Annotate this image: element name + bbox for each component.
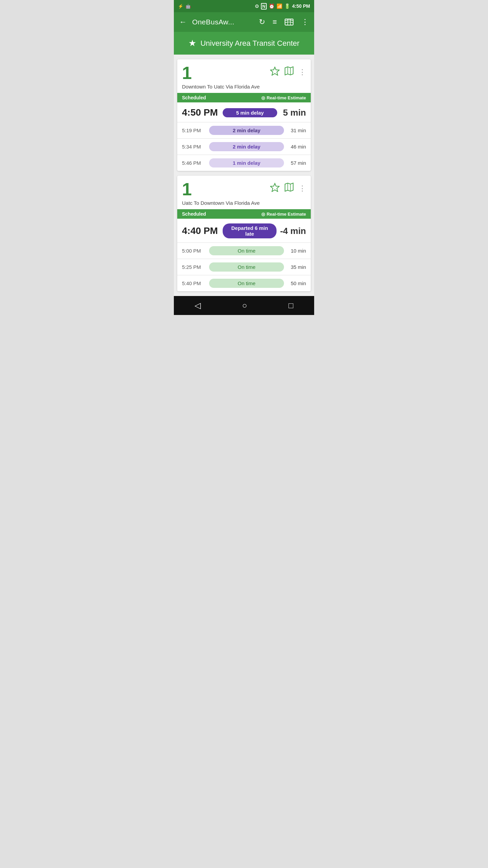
realtime-label-1: ◎ Real-time Estimate bbox=[261, 212, 306, 217]
refresh-button[interactable]: ↻ bbox=[257, 16, 267, 28]
nfc-icon: N bbox=[261, 3, 267, 9]
schedule-row-0-3: 5:46 PM 1 min delay 57 min bbox=[177, 155, 311, 171]
sched-time-1-3: 5:40 PM bbox=[182, 280, 206, 286]
schedule-row-0-2: 5:34 PM 2 min delay 46 min bbox=[177, 139, 311, 155]
sched-eta-1-3: 50 min bbox=[287, 280, 306, 286]
favorite-button-1[interactable] bbox=[270, 182, 280, 194]
sched-eta-1-1: 10 min bbox=[287, 248, 306, 254]
filter-button[interactable]: ≡ bbox=[270, 16, 279, 28]
svg-marker-3 bbox=[270, 67, 279, 75]
route-number-0: 1 bbox=[182, 64, 192, 82]
schedule-header-1: Scheduled ◎ Real-time Estimate bbox=[177, 209, 311, 219]
nav-bar: ◁ ○ □ bbox=[174, 296, 314, 315]
realtime-icon-1: ◎ bbox=[261, 212, 265, 217]
svg-marker-7 bbox=[270, 183, 279, 192]
sched-badge-1-2: On time bbox=[209, 262, 284, 272]
card-icons-1: ⋮ bbox=[270, 182, 306, 194]
content-area: 1 ⋮ Downtown To Uatc Via Florida Ave bbox=[174, 55, 314, 296]
usb-icon: ⚡ bbox=[178, 4, 183, 9]
schedule-row-1-1: 5:00 PM On time 10 min bbox=[177, 243, 311, 259]
status-right-icons: ⊙ N ⏰ 📶 🔋 4:50 PM bbox=[255, 3, 310, 9]
sched-time-1-0: 4:40 PM bbox=[182, 225, 219, 236]
sched-time-0-1: 5:19 PM bbox=[182, 127, 206, 133]
more-button-0[interactable]: ⋮ bbox=[299, 68, 306, 77]
status-bar: ⚡ 🤖 ⊙ N ⏰ 📶 🔋 4:50 PM bbox=[174, 0, 314, 12]
route-card-0: 1 ⋮ Downtown To Uatc Via Florida Ave bbox=[177, 59, 311, 171]
sched-badge-1-1: On time bbox=[209, 246, 284, 255]
sched-eta-0-1: 31 min bbox=[287, 127, 306, 133]
route-desc-1: Uatc To Downtown Via Florida Ave bbox=[177, 200, 311, 209]
card-header-1: 1 ⋮ bbox=[177, 176, 311, 200]
sched-eta-1-2: 35 min bbox=[287, 264, 306, 270]
schedule-row-0-0: 4:50 PM 5 min delay 5 min bbox=[177, 102, 311, 122]
sched-eta-1-0: -4 min bbox=[280, 226, 306, 236]
map-button-0[interactable] bbox=[284, 66, 294, 78]
signal-icon: 📶 bbox=[277, 3, 282, 9]
svg-marker-4 bbox=[285, 67, 293, 75]
schedule-row-1-3: 5:40 PM On time 50 min bbox=[177, 275, 311, 291]
card-icons-0: ⋮ bbox=[270, 66, 306, 78]
scheduled-label-1: Scheduled bbox=[182, 211, 206, 217]
route-number-1: 1 bbox=[182, 180, 192, 198]
android-icon: 🤖 bbox=[185, 4, 191, 9]
sched-badge-0-1: 2 min delay bbox=[209, 126, 284, 135]
back-button[interactable]: ← bbox=[177, 16, 189, 28]
more-button[interactable]: ⋮ bbox=[299, 16, 311, 28]
nav-recent-button[interactable]: □ bbox=[280, 298, 302, 313]
time-display: 4:50 PM bbox=[292, 3, 310, 9]
sched-badge-1-0: Departed 6 min late bbox=[223, 223, 277, 238]
alarm-icon: ⏰ bbox=[269, 3, 274, 9]
status-left-icons: ⚡ 🤖 bbox=[178, 4, 191, 9]
route-card-1: 1 ⋮ Uatc To Downtown Via Florida Ave bbox=[177, 176, 311, 291]
sched-time-1-2: 5:25 PM bbox=[182, 264, 206, 270]
card-header-0: 1 ⋮ bbox=[177, 59, 311, 84]
sched-eta-0-2: 46 min bbox=[287, 144, 306, 150]
favorite-button-0[interactable] bbox=[270, 66, 280, 78]
map-button[interactable] bbox=[282, 15, 296, 29]
nav-home-button[interactable]: ○ bbox=[234, 298, 255, 313]
nav-back-button[interactable]: ◁ bbox=[186, 298, 209, 313]
stop-header: ★ University Area Transit Center bbox=[174, 32, 314, 55]
map-button-1[interactable] bbox=[284, 182, 294, 194]
schedule-row-1-2: 5:25 PM On time 35 min bbox=[177, 259, 311, 275]
sched-badge-0-2: 2 min delay bbox=[209, 142, 284, 151]
sched-time-0-3: 5:46 PM bbox=[182, 160, 206, 166]
sched-time-0-2: 5:34 PM bbox=[182, 144, 206, 150]
sched-badge-0-0: 5 min delay bbox=[223, 108, 277, 117]
bluetooth-icon: ⊙ bbox=[255, 3, 259, 9]
sched-badge-1-3: On time bbox=[209, 279, 284, 288]
svg-marker-8 bbox=[285, 183, 293, 191]
schedule-row-1-0: 4:40 PM Departed 6 min late -4 min bbox=[177, 219, 311, 243]
sched-time-0-0: 4:50 PM bbox=[182, 107, 219, 118]
sched-badge-0-3: 1 min delay bbox=[209, 158, 284, 167]
sched-time-1-1: 5:00 PM bbox=[182, 248, 206, 254]
app-title: OneBusAw... bbox=[192, 18, 253, 26]
realtime-label-0: ◎ Real-time Estimate bbox=[261, 95, 306, 100]
battery-icon: 🔋 bbox=[284, 3, 290, 9]
sched-eta-0-0: 5 min bbox=[281, 107, 306, 118]
schedule-header-0: Scheduled ◎ Real-time Estimate bbox=[177, 93, 311, 102]
more-button-1[interactable]: ⋮ bbox=[299, 184, 306, 193]
stop-title: University Area Transit Center bbox=[200, 39, 299, 48]
route-desc-0: Downtown To Uatc Via Florida Ave bbox=[177, 84, 311, 93]
app-bar: ← OneBusAw... ↻ ≡ ⋮ bbox=[174, 12, 314, 32]
favorite-star-icon[interactable]: ★ bbox=[188, 38, 196, 48]
sched-eta-0-3: 57 min bbox=[287, 160, 306, 166]
scheduled-label-0: Scheduled bbox=[182, 95, 206, 100]
schedule-row-0-1: 5:19 PM 2 min delay 31 min bbox=[177, 122, 311, 139]
realtime-icon-0: ◎ bbox=[261, 95, 265, 100]
